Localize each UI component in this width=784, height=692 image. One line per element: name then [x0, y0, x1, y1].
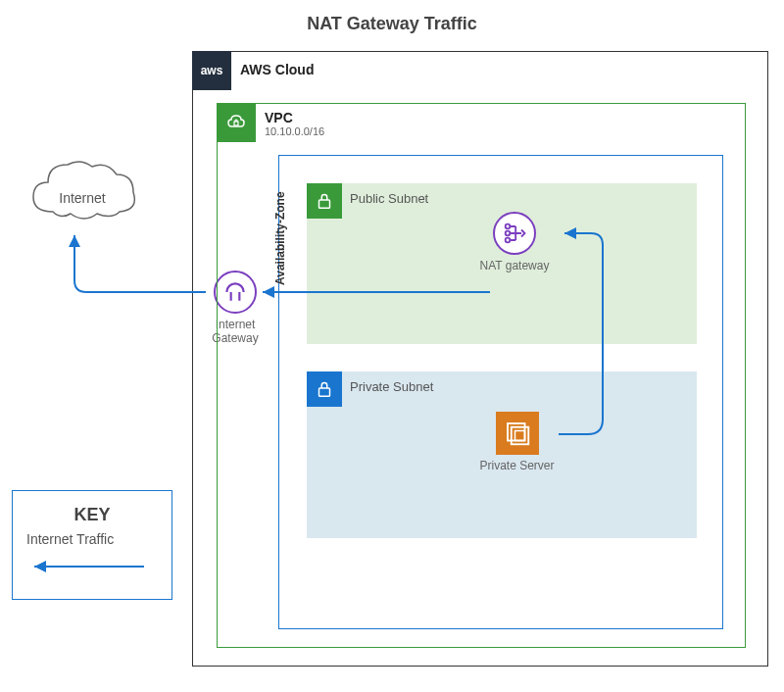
- nat-gateway-icon: [493, 212, 536, 255]
- svg-rect-2: [319, 388, 330, 396]
- aws-badge-icon: aws: [192, 51, 231, 90]
- vpc-container: VPC 10.10.0.0/16 Availability-Zone Publi…: [217, 103, 746, 648]
- vpc-cidr: 10.10.0.0/16: [265, 125, 324, 137]
- public-subnet-badge-icon: [307, 183, 342, 219]
- svg-rect-1: [319, 200, 330, 208]
- vpc-title: VPC: [265, 110, 293, 125]
- private-server-label: Private Server: [470, 459, 564, 472]
- svg-rect-7: [511, 427, 528, 445]
- diagram-title: NAT Gateway Traffic: [0, 14, 784, 34]
- nat-gateway: NAT gateway: [470, 212, 559, 272]
- public-subnet-label: Public Subnet: [350, 191, 428, 206]
- svg-point-5: [506, 238, 511, 243]
- private-subnet-label: Private Subnet: [350, 379, 433, 394]
- svg-point-3: [506, 224, 511, 229]
- vpc-badge-icon: [217, 103, 256, 142]
- legend-box: KEY Internet Traffic: [12, 490, 172, 600]
- internet-cloud: Internet: [24, 153, 141, 231]
- legend-title: KEY: [26, 505, 158, 525]
- svg-rect-8: [514, 431, 524, 441]
- aws-badge-text: aws: [201, 64, 223, 77]
- nat-gateway-label: NAT gateway: [470, 259, 559, 272]
- private-subnet-badge-icon: [307, 371, 342, 407]
- internet-label: Internet: [24, 190, 141, 206]
- server-icon: [496, 412, 539, 455]
- svg-point-4: [506, 231, 511, 236]
- private-server: Private Server: [470, 412, 564, 472]
- aws-cloud-label: AWS Cloud: [240, 62, 314, 77]
- availability-zone-label: Availability-Zone: [273, 191, 287, 285]
- svg-rect-0: [234, 122, 238, 125]
- aws-cloud-container: aws AWS Cloud VPC 10.10.0.0/16 Availabil…: [192, 51, 768, 667]
- legend-entry-label: Internet Traffic: [26, 531, 158, 547]
- legend-arrow-icon: [26, 557, 154, 576]
- svg-rect-6: [508, 423, 525, 441]
